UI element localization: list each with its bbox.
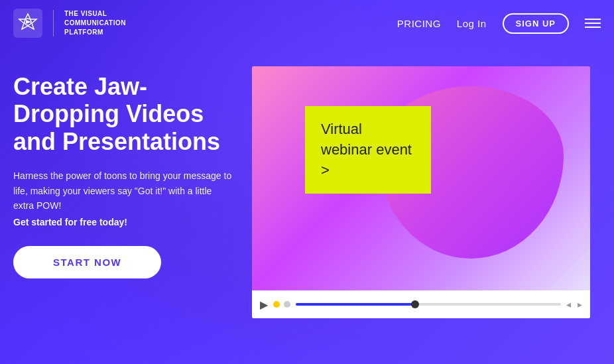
progress-bar[interactable]	[296, 303, 561, 306]
play-icon[interactable]: ▶	[260, 298, 268, 311]
skip-forward-icon[interactable]: ▸	[578, 299, 582, 310]
cta-subtext: Get started for free today!	[13, 217, 232, 227]
left-section: Create Jaw-Dropping Videos and Presentat…	[13, 66, 252, 278]
right-section: Virtual webinar event > ▶ ◂ ▸	[252, 66, 601, 318]
webinar-text: Virtual webinar event >	[321, 121, 412, 178]
progress-bar-fill	[296, 303, 415, 306]
signup-button[interactable]: SIGN UP	[503, 13, 569, 34]
pricing-link[interactable]: PRICING	[397, 18, 441, 29]
logo-icon[interactable]	[13, 9, 42, 38]
video-controls: ▶ ◂ ▸	[252, 290, 590, 318]
video-preview: Virtual webinar event >	[252, 66, 590, 292]
main-description: Harness the power of toons to bring your…	[13, 168, 232, 213]
logo-divider	[53, 10, 54, 36]
hamburger-menu[interactable]	[585, 19, 601, 28]
dot-gray	[284, 301, 290, 308]
hamburger-line-2	[585, 23, 601, 24]
navbar-left: THE VISUAL COMMUNICATION PLATFORM	[13, 9, 126, 38]
webinar-box: Virtual webinar event >	[305, 106, 431, 194]
dot-yellow	[273, 301, 280, 308]
hamburger-line-3	[585, 27, 601, 28]
navbar: THE VISUAL COMMUNICATION PLATFORM PRICIN…	[0, 0, 614, 46]
time-dots	[273, 301, 290, 308]
main-content: Create Jaw-Dropping Videos and Presentat…	[0, 46, 614, 364]
login-link[interactable]: Log In	[457, 18, 487, 29]
video-container[interactable]: Virtual webinar event > ▶ ◂ ▸	[252, 66, 590, 318]
start-now-button[interactable]: START NOW	[13, 246, 161, 278]
controls-right: ◂ ▸	[566, 299, 582, 310]
progress-thumb	[411, 300, 419, 308]
hamburger-line-1	[585, 19, 601, 20]
skip-back-icon[interactable]: ◂	[566, 299, 571, 310]
logo-tagline: THE VISUAL COMMUNICATION PLATFORM	[64, 9, 126, 37]
main-heading: Create Jaw-Dropping Videos and Presentat…	[13, 73, 232, 155]
navbar-right: PRICING Log In SIGN UP	[397, 13, 601, 34]
powtoon-logo-svg	[13, 9, 42, 38]
